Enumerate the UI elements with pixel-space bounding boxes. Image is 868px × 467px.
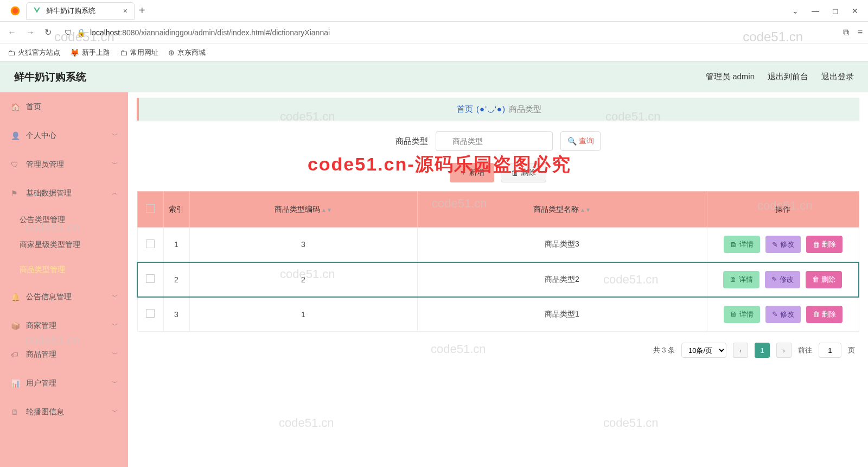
page-button-1[interactable]: 1	[755, 343, 770, 358]
shield-icon: 🛡	[11, 160, 22, 169]
forward-icon[interactable]: →	[24, 26, 37, 40]
exit-front-button[interactable]: 退出到前台	[768, 72, 808, 82]
checkbox[interactable]	[146, 239, 155, 248]
sidebar-item-profile[interactable]: 👤个人中心﹀	[0, 121, 128, 150]
table-row[interactable]: 13商品类型3🗎 详情✎ 修改🗑 删除	[137, 228, 859, 262]
action-row: ＋新增 🗑删除	[137, 163, 859, 182]
menu-icon[interactable]: ≡	[858, 28, 863, 37]
edit-icon: ✎	[772, 310, 778, 318]
edit-icon: ✎	[771, 275, 777, 283]
browser-tab[interactable]: 鲜牛奶订购系统 ×	[26, 2, 135, 20]
table-row[interactable]: 22商品类型2🗎 详情✎ 修改🗑 删除	[137, 262, 859, 297]
row-delete-button[interactable]: 🗑 删除	[806, 306, 843, 323]
sidebar-item-basedata[interactable]: ⚑基础数据管理︿	[0, 179, 128, 207]
user-icon: 👤	[11, 131, 22, 140]
sidebar-item-users[interactable]: 📊用户管理﹀	[0, 369, 128, 397]
th-code[interactable]: 商品类型编码▲▼	[189, 192, 417, 228]
user-label[interactable]: 管理员 admin	[706, 72, 755, 82]
edit-button[interactable]: ✎ 修改	[765, 271, 800, 288]
trash-icon: 🗑	[813, 241, 820, 249]
next-page-button[interactable]: ›	[776, 343, 792, 358]
bookmark-item[interactable]: 🗀常用网址	[120, 48, 158, 58]
chevron-down-icon: ﹀	[112, 407, 118, 416]
query-button[interactable]: 🔍查询	[560, 131, 601, 151]
sidebar-item-product[interactable]: 🏷商品管理﹀	[0, 340, 128, 369]
checkbox[interactable]	[146, 309, 155, 318]
doc-icon: 🗎	[730, 275, 737, 283]
main-content: code51.cn code51.cn code51.cn code51.cn …	[128, 92, 868, 467]
url-host: localhost	[90, 28, 120, 37]
new-tab-button[interactable]: +	[139, 4, 145, 17]
close-icon[interactable]: ×	[123, 7, 127, 15]
box-icon: 📦	[11, 321, 22, 330]
sidebar-sub-notice-type[interactable]: 公告类型管理	[0, 207, 128, 232]
breadcrumb: 首页 (●'◡'●) 商品类型	[137, 98, 859, 121]
cell-name: 商品类型2	[417, 262, 707, 297]
trash-icon: 🗑	[813, 310, 820, 318]
app-header: 鲜牛奶订购系统 管理员 admin 退出到前台 退出登录	[0, 62, 868, 92]
address-bar: ← → ↻ 🛡 🔒 localhost:8080/xiannaidinggou/…	[0, 22, 868, 43]
sidebar-item-admin[interactable]: 🛡管理员管理﹀	[0, 150, 128, 179]
detail-button[interactable]: 🗎 详情	[724, 236, 760, 253]
detail-button[interactable]: 🗎 详情	[723, 271, 760, 288]
logout-button[interactable]: 退出登录	[821, 72, 854, 82]
reload-icon[interactable]: ↻	[42, 25, 54, 40]
breadcrumb-home[interactable]: 首页	[457, 104, 473, 115]
row-delete-button[interactable]: 🗑 删除	[806, 271, 842, 288]
chevron-up-icon: ︿	[112, 188, 118, 198]
detail-button[interactable]: 🗎 详情	[724, 306, 760, 323]
chevron-down-icon: ﹀	[112, 378, 118, 388]
sidebar-item-home[interactable]: 🏠首页	[0, 92, 128, 121]
cell-index: 3	[163, 297, 189, 332]
firefox-icon	[9, 4, 22, 17]
page-size-select[interactable]: 10条/页	[681, 343, 726, 358]
plus-icon: ＋	[459, 168, 467, 178]
watermark: code51.cn	[279, 416, 334, 430]
dropdown-icon[interactable]: ⌄	[792, 7, 799, 15]
sidebar-item-merchant[interactable]: 📦商家管理﹀	[0, 311, 128, 340]
cell-name: 商品类型3	[417, 228, 707, 262]
cell-code: 2	[189, 262, 417, 297]
vue-icon	[33, 7, 42, 15]
tag-icon: 🏷	[11, 350, 22, 359]
url-input[interactable]: 🛡 🔒 localhost:8080/xiannaidinggou/admin/…	[59, 26, 838, 39]
row-delete-button[interactable]: 🗑 删除	[806, 236, 843, 253]
delete-button[interactable]: 🗑删除	[501, 163, 546, 182]
edit-button[interactable]: ✎ 修改	[765, 306, 801, 323]
sidebar-item-notice[interactable]: 🔔公告信息管理﹀	[0, 282, 128, 311]
goto-prefix: 前往	[798, 345, 812, 355]
minimize-icon[interactable]: —	[812, 7, 819, 15]
prev-page-button[interactable]: ‹	[733, 343, 748, 358]
pagination-total: 共 3 条	[653, 345, 675, 355]
tab-title: 鲜牛奶订购系统	[46, 6, 119, 16]
globe-icon: ⊕	[168, 48, 175, 57]
edit-button[interactable]: ✎ 修改	[765, 236, 801, 253]
goto-page-input[interactable]	[819, 343, 841, 358]
sidebar-sub-product-type[interactable]: 商品类型管理	[0, 257, 128, 282]
checkbox-all[interactable]	[146, 204, 155, 213]
extension-icon[interactable]: ⧉	[843, 28, 849, 37]
close-window-icon[interactable]: ✕	[852, 7, 858, 15]
back-icon[interactable]: ←	[5, 26, 18, 40]
maximize-icon[interactable]: ◻	[832, 7, 839, 15]
sort-icon: ▲▼	[580, 209, 591, 211]
add-button[interactable]: ＋新增	[450, 163, 494, 182]
chevron-down-icon: ﹀	[112, 160, 118, 169]
search-row: 商品类型 🔍 🔍查询	[137, 131, 859, 151]
bookmark-item[interactable]: 🗀火狐官方站点	[8, 48, 60, 58]
pagination: 共 3 条 10条/页 ‹ 1 › 前往 页	[137, 343, 859, 369]
th-name[interactable]: 商品类型名称▲▼	[417, 192, 707, 228]
sidebar-sub-merchant-level[interactable]: 商家星级类型管理	[0, 232, 128, 257]
bookmark-item[interactable]: ⊕京东商城	[168, 48, 206, 58]
th-index[interactable]: 索引	[163, 192, 189, 228]
chevron-down-icon: ﹀	[112, 350, 118, 359]
breadcrumb-current: 商品类型	[509, 104, 541, 115]
checkbox[interactable]	[146, 274, 155, 283]
app-title: 鲜牛奶订购系统	[14, 70, 86, 84]
cell-code: 3	[189, 228, 417, 262]
search-input[interactable]	[436, 131, 553, 151]
table-row[interactable]: 31商品类型1🗎 详情✎ 修改🗑 删除	[137, 297, 859, 332]
bookmark-item[interactable]: 🦊新手上路	[70, 48, 110, 58]
sidebar-item-carousel[interactable]: 🖥轮播图信息﹀	[0, 397, 128, 426]
data-table: 索引 商品类型编码▲▼ 商品类型名称▲▼ 操作 13商品类型3🗎 详情✎ 修改🗑…	[137, 191, 859, 332]
